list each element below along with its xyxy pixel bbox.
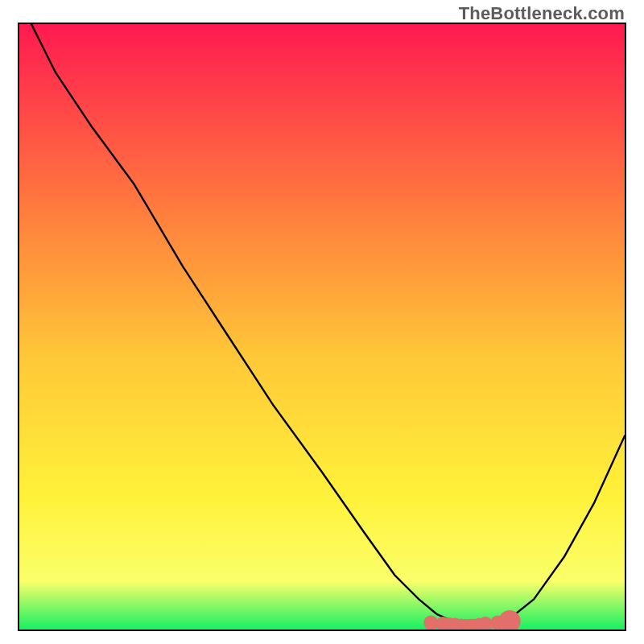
gradient-background [19,24,625,630]
chart-svg [19,24,625,630]
plot-area [18,23,626,631]
watermark-text: TheBottleneck.com [459,3,625,24]
chart-frame [18,23,626,631]
